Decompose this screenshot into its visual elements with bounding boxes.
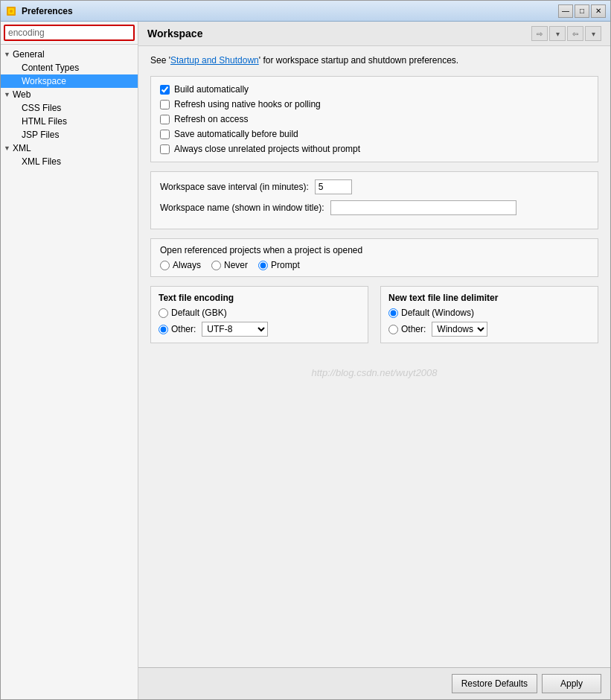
arrow-icon: ▼ xyxy=(4,51,11,58)
save-interval-row: Workspace save interval (in minutes): xyxy=(160,179,589,194)
radio-other-delimiter: Other: Windows Unix Mac xyxy=(388,322,590,337)
open-referenced-title: Open referenced projects when a project … xyxy=(160,245,589,255)
panel-title: Workspace xyxy=(147,28,202,39)
refresh-native-checkbox[interactable] xyxy=(160,100,170,109)
sidebar-item-workspace[interactable]: Workspace xyxy=(1,74,138,88)
workspace-name-input[interactable] xyxy=(330,200,516,215)
build-auto-label: Build automatically xyxy=(174,84,249,95)
preferences-window: Preferences — □ ✕ ▼ General Content Type… xyxy=(0,0,611,700)
tree: ▼ General Content Types Workspace ▼ Web … xyxy=(1,45,138,699)
radio-default-windows-input[interactable] xyxy=(388,308,398,318)
panel-content: See 'Startup and Shutdown' for workspace… xyxy=(138,46,610,667)
save-interval-label: Workspace save interval (in minutes): xyxy=(160,182,309,192)
radio-always: Always xyxy=(160,260,201,270)
checkbox-row-save-auto: Save automatically before build xyxy=(160,129,589,139)
radio-other-delimiter-input[interactable] xyxy=(388,325,398,334)
sidebar-item-workspace-label: Workspace xyxy=(22,76,66,86)
sidebar-item-web[interactable]: ▼ Web xyxy=(1,88,138,101)
checkbox-row-build-auto: Build automatically xyxy=(160,84,589,95)
minimize-button[interactable]: — xyxy=(558,4,573,18)
sidebar-item-jsp-files[interactable]: JSP Files xyxy=(1,128,138,141)
radio-other-encoding: Other: UTF-8 UTF-16 ISO-8859-1 GBK xyxy=(159,322,360,337)
sidebar-item-content-types-label: Content Types xyxy=(22,63,79,73)
restore-defaults-button[interactable]: Restore Defaults xyxy=(452,674,537,693)
arrow-icon-web: ▼ xyxy=(4,91,11,98)
radio-other-encoding-input[interactable] xyxy=(159,325,168,334)
title-bar-buttons: — □ ✕ xyxy=(558,4,606,18)
text-encoding-section: Text file encoding Default (GBK) Other: … xyxy=(150,286,368,343)
line-delimiter-title: New text file line delimiter xyxy=(388,293,590,303)
radio-other-delimiter-label: Other: xyxy=(401,324,426,334)
description-link[interactable]: Startup and Shutdown xyxy=(170,55,259,66)
content-area: ▼ General Content Types Workspace ▼ Web … xyxy=(1,22,610,699)
save-auto-checkbox[interactable] xyxy=(160,130,170,139)
checkbox-row-refresh-access: Refresh on access xyxy=(160,114,589,124)
radio-default-gbk-label: Default (GBK) xyxy=(171,308,227,318)
radio-always-input[interactable] xyxy=(160,261,170,270)
radio-default-gbk: Default (GBK) xyxy=(159,308,360,318)
radio-never-label: Never xyxy=(224,260,248,270)
search-input[interactable] xyxy=(4,25,135,41)
workspace-name-row: Workspace name (shown in window title): xyxy=(160,200,589,215)
sidebar-item-general[interactable]: ▼ General xyxy=(1,48,138,61)
line-delimiter-section: New text file line delimiter Default (Wi… xyxy=(380,286,598,343)
refresh-native-label: Refresh using native hooks or polling xyxy=(174,99,321,109)
workspace-name-label: Workspace name (shown in window title): xyxy=(160,203,324,213)
sidebar-item-xml-label: XML xyxy=(13,143,31,153)
close-unrelated-checkbox[interactable] xyxy=(160,144,170,154)
panel-header: Workspace ⇨ ▾ ⇦ ▾ xyxy=(138,22,610,46)
watermark: http://blog.csdn.net/wuyt2008 xyxy=(150,352,598,393)
sidebar-item-html-files[interactable]: HTML Files xyxy=(1,115,138,128)
sidebar-item-css-files[interactable]: CSS Files xyxy=(1,101,138,115)
build-auto-checkbox[interactable] xyxy=(160,85,170,95)
radio-prompt-input[interactable] xyxy=(258,261,268,270)
delimiter-select[interactable]: Windows Unix Mac xyxy=(432,322,487,337)
sidebar: ▼ General Content Types Workspace ▼ Web … xyxy=(1,22,138,699)
radio-prompt-label: Prompt xyxy=(271,260,300,270)
description-suffix: ' for workspace startup and shutdown pre… xyxy=(259,55,458,66)
sidebar-item-html-files-label: HTML Files xyxy=(22,116,67,127)
sidebar-item-xml-files-label: XML Files xyxy=(22,156,61,167)
nav-forward-dropdown-button[interactable]: ▾ xyxy=(585,26,601,41)
nav-forward-button[interactable]: ⇦ xyxy=(567,26,583,41)
maximize-button[interactable]: □ xyxy=(575,4,589,18)
checkbox-row-close-unrelated: Always close unrelated projects without … xyxy=(160,144,589,154)
radio-default-windows-label: Default (Windows) xyxy=(401,308,474,318)
apply-button[interactable]: Apply xyxy=(542,674,601,693)
radio-prompt: Prompt xyxy=(258,260,300,270)
sidebar-item-general-label: General xyxy=(13,49,45,60)
sidebar-item-css-files-label: CSS Files xyxy=(22,103,61,113)
radio-never-input[interactable] xyxy=(211,261,221,270)
main-panel: Workspace ⇨ ▾ ⇦ ▾ See 'Startup and Shutd… xyxy=(138,22,610,699)
save-auto-label: Save automatically before build xyxy=(174,129,298,139)
close-button[interactable]: ✕ xyxy=(591,4,606,18)
checkbox-row-refresh-native: Refresh using native hooks or polling xyxy=(160,99,589,109)
sidebar-item-jsp-files-label: JSP Files xyxy=(22,130,59,140)
svg-point-2 xyxy=(10,10,13,13)
radio-other-encoding-label: Other: xyxy=(171,324,196,334)
text-encoding-title: Text file encoding xyxy=(159,293,360,303)
app-icon xyxy=(5,5,17,17)
save-interval-input[interactable] xyxy=(315,179,352,194)
refresh-access-checkbox[interactable] xyxy=(160,115,170,124)
sidebar-item-web-label: Web xyxy=(13,89,31,100)
nav-dropdown-button[interactable]: ▾ xyxy=(549,26,566,41)
nav-back-button[interactable]: ⇨ xyxy=(531,26,548,41)
description-prefix: See ' xyxy=(150,55,170,66)
sidebar-item-xml[interactable]: ▼ XML xyxy=(1,141,138,155)
encoding-select[interactable]: UTF-8 UTF-16 ISO-8859-1 GBK xyxy=(202,322,268,337)
open-referenced-section: Open referenced projects when a project … xyxy=(150,238,598,277)
radio-default-gbk-input[interactable] xyxy=(159,308,168,318)
sidebar-item-xml-files[interactable]: XML Files xyxy=(1,155,138,168)
window-title: Preferences xyxy=(22,6,73,16)
radio-never: Never xyxy=(211,260,248,270)
sidebar-item-content-types[interactable]: Content Types xyxy=(1,61,138,74)
bottom-bar: Restore Defaults Apply xyxy=(138,667,610,699)
workspace-settings-section: Workspace save interval (in minutes): Wo… xyxy=(150,171,598,229)
radio-always-label: Always xyxy=(173,260,201,270)
encoding-delimiter-section: Text file encoding Default (GBK) Other: … xyxy=(150,286,598,343)
title-bar: Preferences — □ ✕ xyxy=(1,1,610,22)
search-container xyxy=(1,22,138,45)
close-unrelated-label: Always close unrelated projects without … xyxy=(174,144,360,154)
description: See 'Startup and Shutdown' for workspace… xyxy=(150,55,598,66)
